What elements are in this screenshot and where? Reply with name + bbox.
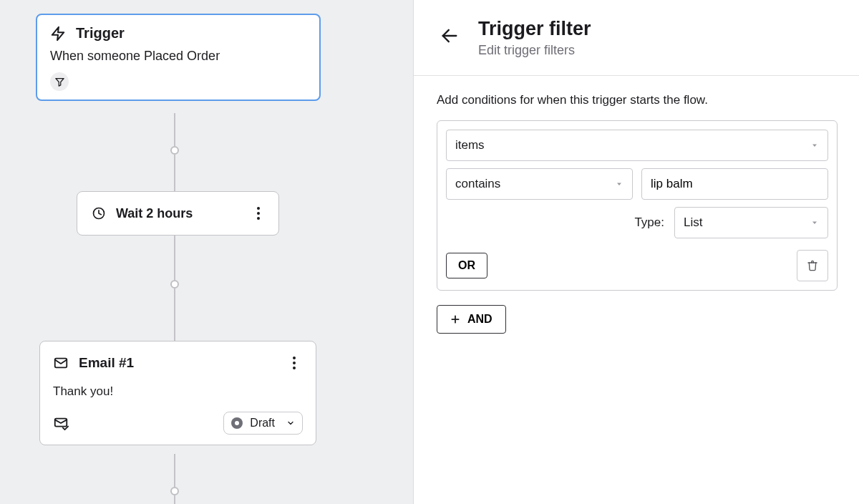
divider xyxy=(414,75,859,76)
connector xyxy=(174,289,175,341)
envelope-check-icon[interactable] xyxy=(53,415,69,431)
or-button[interactable]: OR xyxy=(446,253,487,278)
clock-icon xyxy=(92,206,106,220)
plus-icon xyxy=(450,314,460,324)
email-status-select[interactable]: Draft xyxy=(223,412,303,435)
caret-down-icon xyxy=(810,141,819,150)
dimension-select[interactable]: items xyxy=(446,130,828,161)
email-menu-button[interactable] xyxy=(286,354,303,372)
trigger-filter-panel: Trigger filter Edit trigger filters Add … xyxy=(414,0,859,504)
email-title: Email #1 xyxy=(79,355,286,371)
dimension-value: items xyxy=(455,138,485,152)
add-and-button[interactable]: AND xyxy=(437,305,506,334)
connector xyxy=(174,454,175,487)
svg-marker-1 xyxy=(55,78,63,86)
lightning-icon xyxy=(50,26,66,42)
caret-down-icon xyxy=(615,180,623,188)
svg-point-5 xyxy=(257,217,260,220)
operator-value: contains xyxy=(455,177,500,191)
trigger-title: Trigger xyxy=(76,25,125,42)
svg-point-9 xyxy=(293,367,296,369)
svg-marker-12 xyxy=(812,144,817,147)
flow-canvas: Trigger When someone Placed Order Wait 2… xyxy=(0,0,414,504)
connector xyxy=(174,236,175,280)
condition-group: items contains Type: List xyxy=(437,120,838,291)
add-and-label: AND xyxy=(467,313,492,326)
type-select[interactable]: List xyxy=(674,207,828,238)
trigger-filter-badge[interactable] xyxy=(50,72,69,91)
connector xyxy=(174,113,175,146)
connector-dot[interactable] xyxy=(170,146,179,155)
svg-point-8 xyxy=(293,362,296,364)
connector xyxy=(174,495,175,504)
envelope-icon xyxy=(53,355,69,371)
connector-dot[interactable] xyxy=(170,487,179,495)
email-node[interactable]: Email #1 Thank you! Draft xyxy=(39,341,316,445)
trigger-subtitle: When someone Placed Order xyxy=(50,49,306,64)
svg-point-7 xyxy=(293,357,296,359)
wait-label: Wait 2 hours xyxy=(116,206,250,221)
chevron-down-icon xyxy=(286,419,295,427)
funnel-icon xyxy=(54,77,65,87)
svg-marker-14 xyxy=(812,221,817,224)
panel-subtitle: Edit trigger filters xyxy=(478,43,591,58)
trash-icon xyxy=(807,259,818,272)
trigger-node[interactable]: Trigger When someone Placed Order xyxy=(36,14,321,101)
svg-point-4 xyxy=(257,212,260,215)
delete-condition-button[interactable] xyxy=(797,250,828,281)
email-subject: Thank you! xyxy=(53,384,303,399)
panel-title: Trigger filter xyxy=(478,19,591,40)
type-value: List xyxy=(684,215,702,230)
svg-point-3 xyxy=(257,207,260,210)
wait-node[interactable]: Wait 2 hours xyxy=(77,191,279,236)
panel-instruction: Add conditions for when this trigger sta… xyxy=(437,93,838,107)
connector xyxy=(174,155,175,191)
svg-marker-13 xyxy=(617,183,621,185)
type-label: Type: xyxy=(634,215,664,230)
svg-marker-0 xyxy=(52,26,64,39)
back-button[interactable] xyxy=(437,23,462,49)
email-status-label: Draft xyxy=(250,417,275,430)
operator-select[interactable]: contains xyxy=(446,168,633,200)
value-input[interactable] xyxy=(641,168,828,200)
wait-menu-button[interactable] xyxy=(250,205,267,222)
connector-dot[interactable] xyxy=(170,280,179,289)
caret-down-icon xyxy=(810,218,819,227)
status-dot-icon xyxy=(231,417,243,429)
